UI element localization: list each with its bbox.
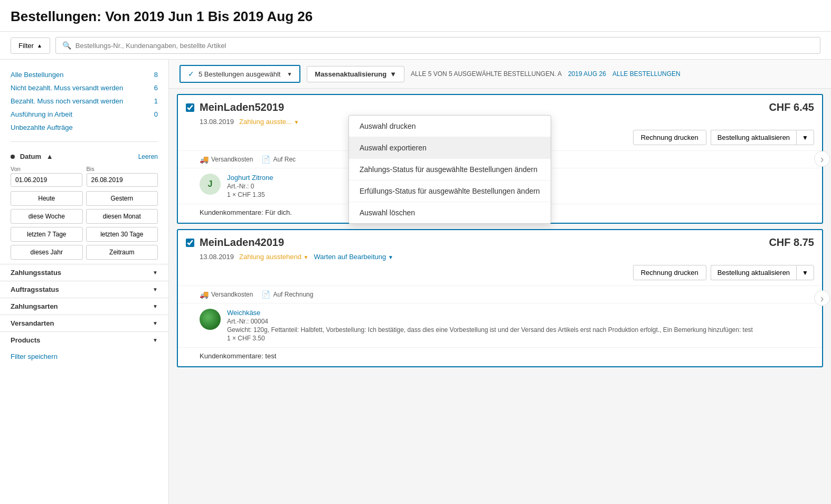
checkmark-icon: ✓ — [188, 70, 194, 78]
bulk-date-range: 2019 AUG 26 — [568, 70, 606, 78]
filter-button[interactable]: Filter ▲ — [11, 37, 50, 54]
chevron-down-icon: ▼ — [287, 71, 292, 77]
product-details-text-2: Gewicht: 120g, Fettanteil: Halbfett, Vor… — [227, 326, 814, 334]
content-area: ✓ 5 Bestellungen ausgewählt ▼ Massenaktu… — [169, 60, 831, 504]
date-filter-header[interactable]: Datum ▲ Leeren — [11, 150, 158, 163]
order-product-2: Weichkäse Art.-Nr.: 00004 Gewicht: 120g,… — [178, 303, 822, 347]
dropdown-item-print[interactable]: Auswahl drucken — [349, 116, 551, 137]
chevron-down-icon: ▼ — [153, 287, 158, 292]
print-invoice-button-1[interactable]: Rechnung drucken — [633, 130, 706, 145]
sidebar-zahlungsstatus[interactable]: Zahlungsstatus ▼ — [0, 264, 168, 281]
date-shortcut-buttons: Heute Gestern diese Woche diesen Monat l… — [11, 191, 158, 260]
date-von-field: Von — [11, 166, 82, 187]
sidebar-item-nicht-bezahlt[interactable]: Nicht bezahlt. Muss versandt werden 6 — [11, 81, 158, 94]
date-von-input[interactable] — [11, 173, 82, 187]
order-detail-chevron-2[interactable]: › — [814, 290, 830, 306]
order-meta-2: 13.08.2019 Zahlung ausstehend ▼ Warten a… — [178, 253, 822, 265]
order-card-2: MeinLaden42019 CHF 8.75 13.08.2019 Zahlu… — [177, 229, 823, 367]
sidebar-products[interactable]: Products ▼ — [0, 331, 168, 348]
leeren-button[interactable]: Leeren — [138, 153, 158, 160]
order-id-2: MeinLaden42019 — [200, 236, 284, 249]
sidebar-nav-section: Alle Bestellungen 8 Nicht bezahlt. Muss … — [0, 65, 168, 137]
dropdown-item-delete[interactable]: Auswahl löschen — [349, 202, 551, 223]
date-thisyear-button[interactable]: dieses Jahr — [11, 245, 83, 260]
sidebar-zahlungsarten[interactable]: Zahlungsarten ▼ — [0, 298, 168, 315]
update-order-button-1: Bestellung aktualisieren ▼ — [711, 130, 814, 145]
chevron-down-icon: ▼ — [153, 270, 158, 275]
chevron-down-icon: ▼ — [153, 303, 158, 309]
date-bis-field: Bis — [87, 166, 158, 187]
order-fulfillment-status-2[interactable]: Warten auf Bearbeitung ▼ — [314, 253, 393, 261]
update-order-chevron-2[interactable]: ▼ — [796, 265, 814, 280]
chevron-down-icon: ▼ — [153, 320, 158, 326]
page-header: Bestellungen: Von 2019 Jun 1 Bis 2019 Au… — [0, 0, 831, 32]
order-detail-chevron-1[interactable]: › — [814, 151, 830, 167]
order-amount-2: CHF 8.75 — [769, 236, 814, 249]
order-date-1: 13.08.2019 — [200, 118, 234, 126]
order-header-2: MeinLaden42019 CHF 8.75 — [178, 230, 822, 253]
chevron-up-icon: ▲ — [37, 43, 42, 49]
payment-method-2: 📄 Auf Rechnung — [261, 290, 313, 299]
order-checkbox-2[interactable] — [186, 239, 194, 247]
page-layout: Bestellungen: Von 2019 Jun 1 Bis 2019 Au… — [0, 0, 831, 504]
toolbar: Filter ▲ 🔍 — [0, 32, 831, 60]
date-filter-group: Datum ▲ Leeren Von Bis Heut — [0, 146, 168, 264]
order-header-1: MeinLaden52019 CHF 6.45 — [178, 95, 822, 118]
search-icon: 🔍 — [62, 41, 71, 50]
sidebar-item-alle-bestellungen[interactable]: Alle Bestellungen 8 — [11, 68, 158, 81]
chevron-down-icon: ▼ — [294, 119, 299, 125]
order-comment-2: Kundenkommentare: test — [178, 347, 822, 366]
date-custom-button[interactable]: Zeitraum — [86, 245, 158, 260]
sidebar-versandarten[interactable]: Versandarten ▼ — [0, 315, 168, 331]
print-invoice-button-2[interactable]: Rechnung drucken — [633, 265, 706, 280]
update-order-main-2[interactable]: Bestellung aktualisieren — [711, 265, 796, 280]
sidebar-item-ausfuehrung[interactable]: Ausführung in Arbeit 0 — [11, 108, 158, 121]
order-left-1: MeinLaden52019 — [186, 101, 284, 113]
date-7days-button[interactable]: letzten 7 Tage — [11, 227, 83, 242]
date-inputs: Von Bis — [11, 166, 158, 187]
filter-label: Filter — [18, 42, 34, 50]
bulk-update-button[interactable]: Massenaktualisierung ▼ — [307, 66, 404, 82]
date-bis-input[interactable] — [87, 173, 158, 187]
shipping-method-1: 🚚 Versandkosten — [200, 155, 253, 164]
order-payment-status-1[interactable]: Zahlung ausste... ▼ — [239, 118, 299, 126]
bulk-all-orders-link[interactable]: ALLE BESTELLUNGEN — [612, 70, 681, 78]
main-area: Alle Bestellungen 8 Nicht bezahlt. Muss … — [0, 60, 831, 504]
dropdown-item-fulfillment-status[interactable]: Erfüllungs-Status für ausgewählte Bestel… — [349, 180, 551, 202]
save-filter-link[interactable]: Filter speichern — [0, 348, 168, 365]
bulk-selected-button[interactable]: ✓ 5 Bestellungen ausgewählt ▼ — [180, 65, 300, 83]
shipping-method-2: 🚚 Versandkosten — [200, 290, 253, 299]
sidebar-auftragsstatus[interactable]: Auftragsstatus ▼ — [0, 281, 168, 298]
date-today-button[interactable]: Heute — [11, 191, 83, 206]
page-title: Bestellungen: Von 2019 Jun 1 Bis 2019 Au… — [11, 8, 820, 25]
invoice-icon: 📄 — [261, 155, 270, 164]
order-shipping-2: 🚚 Versandkosten 📄 Auf Rechnung — [178, 286, 822, 303]
sidebar-divider-1 — [11, 141, 158, 142]
search-input[interactable] — [75, 42, 814, 50]
product-avatar-2 — [200, 309, 221, 330]
order-left-2: MeinLaden42019 — [186, 236, 284, 249]
order-checkbox-1[interactable] — [186, 103, 194, 112]
chevron-up-icon: ▲ — [46, 153, 53, 160]
update-order-main-1[interactable]: Bestellung aktualisieren — [711, 130, 796, 145]
sidebar-item-unbezahlt[interactable]: Unbezahlte Aufträge — [11, 121, 158, 134]
truck-icon: 🚚 — [200, 290, 209, 299]
date-thismonth-button[interactable]: diesen Monat — [86, 209, 158, 224]
chevron-down-icon: ▼ — [304, 254, 309, 260]
date-filter-dot — [11, 155, 15, 159]
truck-icon: 🚚 — [200, 155, 209, 164]
product-qty-2: 1 × CHF 3.50 — [227, 335, 814, 342]
payment-method-1: 📄 Auf Rec — [261, 155, 296, 164]
product-name-2[interactable]: Weichkäse — [227, 309, 814, 317]
sidebar-item-bezahlt[interactable]: Bezahlt. Muss noch versandt werden 1 — [11, 94, 158, 108]
date-30days-button[interactable]: letzten 30 Tage — [86, 227, 158, 242]
order-payment-status-2[interactable]: Zahlung ausstehend ▼ — [239, 253, 308, 261]
order-date-2: 13.08.2019 — [200, 253, 234, 261]
update-order-chevron-1[interactable]: ▼ — [796, 130, 814, 145]
order-amount-1: CHF 6.45 — [769, 101, 814, 113]
invoice-icon: 📄 — [261, 290, 270, 299]
date-yesterday-button[interactable]: Gestern — [86, 191, 158, 206]
dropdown-item-payment-status[interactable]: Zahlungs-Status für ausgewählte Bestellu… — [349, 159, 551, 180]
date-thisweek-button[interactable]: diese Woche — [11, 209, 83, 224]
dropdown-item-export[interactable]: Auswahl exportieren — [349, 137, 551, 159]
